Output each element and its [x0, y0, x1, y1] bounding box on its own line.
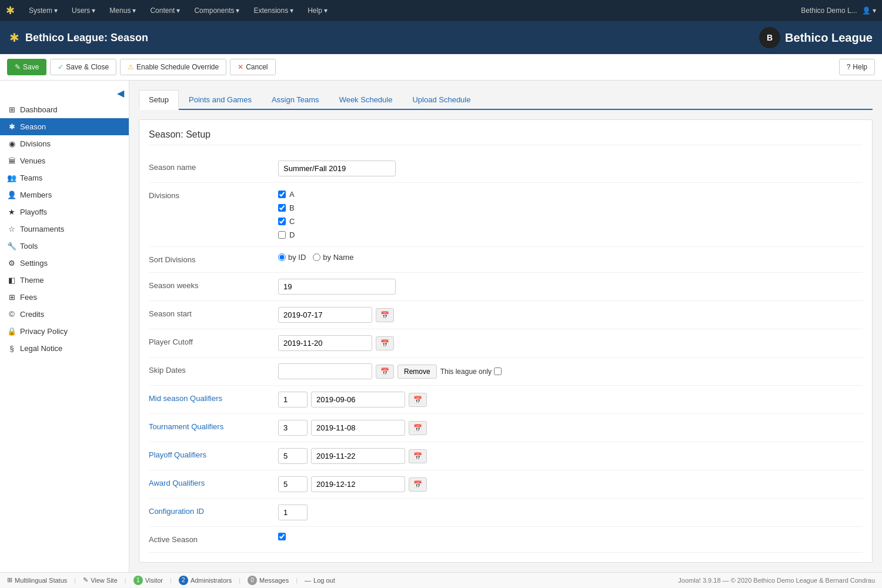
mid-season-date-input[interactable] [311, 392, 405, 407]
active-season-checkbox[interactable] [278, 533, 286, 540]
skip-dates-remove-button[interactable]: Remove [397, 365, 437, 379]
user-icon[interactable]: 👤 ▾ [862, 6, 876, 15]
mid-season-count-input[interactable] [278, 392, 308, 407]
save-icon: ✎ [15, 63, 21, 71]
division-c-checkbox[interactable] [278, 218, 286, 225]
configuration-id-label: Configuration ID [149, 505, 278, 516]
player-cutoff-calendar-button[interactable]: 📅 [376, 336, 394, 350]
multilingual-status[interactable]: ⊞ Multilingual Status [7, 576, 67, 584]
joomla-logo[interactable]: ✱ [6, 4, 15, 17]
sidebar-toggle[interactable]: ◀ [0, 85, 129, 101]
mid-season-calendar-button[interactable]: 📅 [409, 393, 427, 407]
division-a-checkbox[interactable] [278, 191, 286, 198]
sidebar-item-divisions[interactable]: ◉ Divisions [0, 135, 129, 152]
cancel-button[interactable]: ✕ Cancel [230, 59, 275, 75]
season-icon: ✱ [7, 122, 16, 131]
award-qualifiers-wrap: 📅 [278, 476, 863, 492]
season-weeks-wrap [278, 279, 863, 295]
tournament-calendar-button[interactable]: 📅 [409, 421, 427, 435]
playoff-calendar-button[interactable]: 📅 [409, 449, 427, 463]
tab-setup[interactable]: Setup [139, 90, 179, 110]
this-league-checkbox[interactable] [494, 368, 502, 375]
nav-menus[interactable]: Menus ▾ [103, 3, 142, 18]
configuration-id-input[interactable] [278, 505, 308, 520]
award-qualifier-row: 📅 [278, 476, 427, 492]
division-d-label: D [289, 230, 295, 239]
nav-system[interactable]: System ▾ [23, 3, 64, 18]
field-mid-season: Mid season Qualifiers 📅 [149, 386, 863, 414]
sidebar-item-venues[interactable]: 🏛 Venues [0, 152, 129, 169]
award-count-input[interactable] [278, 476, 308, 492]
season-name-input[interactable] [278, 161, 396, 176]
nav-components[interactable]: Components ▾ [188, 3, 245, 18]
messages-status[interactable]: 0 Messages [248, 576, 289, 585]
sidebar-item-playoffs[interactable]: ★ Playoffs [0, 203, 129, 220]
sidebar-item-settings[interactable]: ⚙ Settings [0, 255, 129, 272]
skip-dates-calendar-button[interactable]: 📅 [376, 365, 394, 379]
settings-icon: ⚙ [7, 259, 16, 268]
division-a-label: A [289, 190, 295, 199]
nav-extensions[interactable]: Extensions ▾ [248, 3, 299, 18]
checkmark-icon: ✓ [58, 63, 64, 71]
season-start-calendar-button[interactable]: 📅 [376, 308, 394, 322]
tab-upload-schedule[interactable]: Upload Schedule [402, 90, 480, 110]
view-site-link[interactable]: ✎ View Site [83, 576, 118, 584]
player-cutoff-label: Player Cutoff [149, 335, 278, 346]
season-name-wrap [278, 161, 863, 176]
mid-season-wrap: 📅 [278, 392, 863, 407]
division-d-row: D [278, 230, 295, 239]
playoff-date-input[interactable] [311, 448, 405, 464]
warning-icon: ⚠ [128, 63, 134, 71]
admin-status[interactable]: 2 Administrators [179, 576, 232, 585]
tournament-date-input[interactable] [311, 420, 405, 436]
sort-by-id-radio[interactable] [278, 253, 286, 261]
season-start-label: Season start [149, 307, 278, 318]
save-close-button[interactable]: ✓ Save & Close [50, 59, 116, 75]
division-b-label: B [289, 203, 295, 212]
nav-users[interactable]: Users ▾ [66, 3, 101, 18]
view-site-icon: ✎ [83, 576, 88, 584]
sidebar-item-dashboard[interactable]: ⊞ Dashboard [0, 101, 129, 118]
award-date-input[interactable] [311, 476, 405, 492]
brand-name: Bethico League [785, 31, 873, 45]
sidebar-item-tools[interactable]: 🔧 Tools [0, 238, 129, 255]
field-tournament-qualifiers: Tournament Qualifiers 📅 [149, 414, 863, 442]
tournament-count-input[interactable] [278, 420, 308, 436]
playoff-qualifiers-label: Playoff Qualifiers [149, 448, 278, 459]
tab-assign-teams[interactable]: Assign Teams [262, 90, 329, 110]
brand-logo: B Bethico League [759, 27, 873, 48]
sort-by-name-option[interactable]: by Name [313, 253, 353, 262]
sidebar-item-tournaments[interactable]: ☆ Tournaments [0, 220, 129, 238]
division-d-checkbox[interactable] [278, 231, 286, 239]
sort-by-id-option[interactable]: by ID [278, 253, 306, 262]
sidebar-item-teams[interactable]: 👥 Teams [0, 169, 129, 186]
season-start-input[interactable] [278, 307, 372, 323]
season-weeks-input[interactable] [278, 279, 396, 295]
skip-dates-input[interactable] [278, 363, 372, 379]
sidebar-item-season[interactable]: ✱ Season [0, 118, 129, 135]
award-calendar-button[interactable]: 📅 [409, 477, 427, 492]
venues-icon: 🏛 [7, 156, 16, 165]
division-b-checkbox[interactable] [278, 204, 286, 212]
field-active-season: Active Season [149, 527, 863, 553]
nav-help[interactable]: Help ▾ [302, 3, 333, 18]
save-button[interactable]: ✎ Save [7, 59, 46, 75]
sidebar-item-credits[interactable]: © Credits [0, 306, 129, 323]
override-button[interactable]: ⚠ Enable Schedule Override [120, 59, 226, 75]
user-menu[interactable]: Bethico Demo L... [801, 6, 857, 15]
visitor-status[interactable]: 1 Visitor [133, 576, 163, 585]
sidebar-item-privacy[interactable]: 🔒 Privacy Policy [0, 323, 129, 340]
player-cutoff-input[interactable] [278, 335, 372, 351]
logout-link[interactable]: — Log out [305, 577, 335, 584]
help-button[interactable]: ? Help [839, 59, 875, 75]
tab-points-games[interactable]: Points and Games [179, 90, 262, 110]
sort-by-name-radio[interactable] [313, 253, 320, 261]
sidebar-item-theme[interactable]: ◧ Theme [0, 272, 129, 289]
tab-week-schedule[interactable]: Week Schedule [329, 90, 403, 110]
sidebar-item-fees[interactable]: ⊞ Fees [0, 289, 129, 306]
sidebar-item-members[interactable]: 👤 Members [0, 186, 129, 203]
sidebar-item-legal[interactable]: § Legal Notice [0, 340, 129, 357]
field-skip-dates: Skip Dates 📅 Remove This league only [149, 358, 863, 386]
playoff-count-input[interactable] [278, 448, 308, 464]
nav-content[interactable]: Content ▾ [144, 3, 186, 18]
